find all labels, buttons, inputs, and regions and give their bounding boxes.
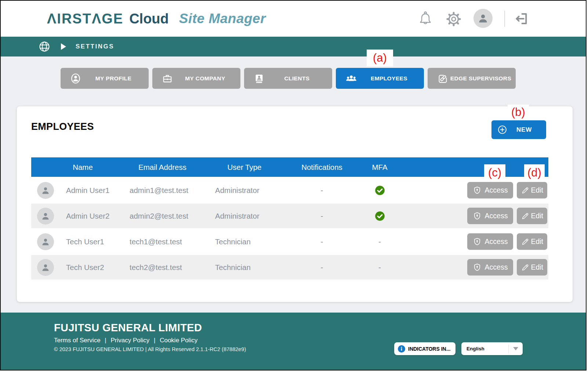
user-avatar[interactable] [473, 9, 493, 28]
tab-employees[interactable]: EMPLOYEES [336, 68, 424, 89]
avatar [37, 233, 54, 250]
table-row: Tech User1 tech1@test.test Technician - … [31, 229, 548, 254]
employee-mfa: - [360, 263, 399, 272]
person-icon [40, 185, 51, 196]
row-actions: Access Edit [399, 259, 548, 276]
employee-mfa: - [360, 237, 399, 246]
site-manager-page: ΛIRSTΛGE Cloud Site Manager [0, 0, 587, 371]
employees-group-icon [345, 73, 357, 84]
column-header-name: Name [59, 163, 119, 172]
tab-label: MY PROFILE [81, 75, 146, 82]
notifications-bell-icon[interactable] [418, 11, 432, 28]
column-header-mfa: MFA [360, 163, 399, 172]
edit-button[interactable]: Edit [517, 259, 547, 276]
cookie-policy-link[interactable]: Cookie Policy [160, 337, 197, 344]
tab-my-profile[interactable]: MY PROFILE [61, 68, 149, 89]
person-icon [40, 262, 51, 273]
person-icon [40, 211, 51, 222]
tab-label: CLIENTS [265, 75, 329, 82]
employees-panel: EMPLOYEES NEW Name Email Address User Ty… [17, 106, 573, 302]
logout-icon[interactable] [514, 11, 529, 28]
chevron-down-icon [513, 347, 518, 350]
edit-button-label: Edit [531, 212, 543, 220]
employee-name: Tech User1 [59, 237, 119, 246]
annotation-a: (a) [367, 50, 393, 66]
table-row: Admin User2 admin2@test.test Administrat… [31, 204, 548, 228]
new-button-label: NEW [507, 126, 541, 134]
footer: FUJITSU GENERAL LIMITED Terms of Service… [1, 313, 586, 370]
access-button-label: Access [485, 212, 508, 220]
access-button[interactable]: Access [467, 182, 513, 198]
access-button[interactable]: Access [467, 208, 513, 224]
tab-edge-supervisors[interactable]: EDGE SUPERVISORS [428, 68, 516, 89]
employee-notifications: - [283, 263, 360, 272]
row-actions: Access Edit [399, 182, 548, 198]
footer-links: Terms of Service | Privacy Policy | Cook… [54, 337, 197, 344]
shield-icon [473, 263, 482, 272]
access-button[interactable]: Access [467, 233, 513, 250]
column-header-notifications: Notifications [283, 163, 360, 172]
row-actions: Access Edit [399, 208, 548, 224]
select-divider [508, 344, 509, 353]
settings-gear-icon[interactable] [446, 11, 462, 29]
person-icon [40, 236, 51, 247]
tab-label: EDGE SUPERVISORS [449, 75, 513, 82]
page-title: EMPLOYEES [31, 121, 94, 132]
access-button[interactable]: Access [467, 259, 513, 276]
logo-cloud-text: Cloud [129, 11, 169, 27]
edit-button[interactable]: Edit [517, 182, 547, 198]
logo-airstage-text: ΛIRSTΛGE [47, 11, 123, 27]
pencil-icon [521, 186, 530, 195]
airstage-logo: ΛIRSTΛGE Cloud Site Manager [47, 1, 266, 37]
edit-button[interactable]: Edit [517, 208, 547, 224]
column-header-user-type: User Type [206, 163, 283, 172]
employee-name: Admin User1 [59, 186, 119, 195]
header-divider [504, 11, 505, 27]
link-separator: | [105, 337, 106, 344]
avatar [37, 182, 54, 199]
table-header-row: Name Email Address User Type Notificatio… [31, 157, 548, 177]
column-header-email: Email Address [119, 163, 206, 172]
employee-notifications: - [283, 237, 360, 246]
new-employee-button[interactable]: NEW [491, 120, 546, 139]
tab-my-company[interactable]: MY COMPANY [152, 68, 240, 89]
tab-label: EMPLOYEES [357, 75, 421, 82]
employees-table: Name Email Address User Type Notificatio… [31, 157, 548, 280]
edit-button-label: Edit [531, 186, 543, 194]
employee-user-type: Administrator [206, 212, 283, 220]
tab-clients[interactable]: CLIENTS [244, 68, 332, 89]
breadcrumb: SETTINGS [76, 43, 114, 50]
mfa-enabled-check-icon [375, 211, 385, 221]
logo-product-text: Site Manager [179, 11, 266, 26]
footer-company-name: FUJITSU GENERAL LIMITED [54, 322, 202, 334]
terms-of-service-link[interactable]: Terms of Service [54, 337, 101, 344]
link-square-icon [437, 73, 449, 84]
edit-button-label: Edit [531, 237, 543, 246]
employee-name: Admin User2 [59, 212, 119, 220]
employee-user-type: Technician [206, 237, 283, 246]
shield-icon [473, 212, 482, 220]
edit-button[interactable]: Edit [517, 233, 547, 250]
avatar [37, 259, 54, 276]
language-select[interactable]: English [461, 342, 523, 355]
pencil-icon [521, 263, 530, 272]
mfa-enabled-check-icon [375, 185, 385, 196]
indicators-info-button[interactable]: INDICATORS IN... [394, 342, 455, 355]
access-button-label: Access [485, 237, 508, 246]
employee-name: Tech User2 [59, 263, 119, 272]
top-header: ΛIRSTΛGE Cloud Site Manager [1, 1, 586, 37]
avatar [37, 208, 54, 225]
plus-circle-icon [497, 125, 507, 135]
employee-user-type: Administrator [206, 186, 283, 195]
privacy-policy-link[interactable]: Privacy Policy [110, 337, 149, 344]
globe-icon[interactable] [39, 41, 50, 52]
pencil-icon [521, 212, 530, 220]
employee-email: tech2@test.test [119, 263, 206, 272]
employee-email: admin2@test.test [119, 212, 206, 220]
employee-user-type: Technician [206, 263, 283, 272]
shield-icon [473, 186, 482, 195]
table-body: Admin User1 admin1@test.test Administrat… [31, 178, 548, 280]
breadcrumb-caret-icon [61, 43, 66, 50]
table-row: Tech User2 tech2@test.test Technician - … [31, 255, 548, 280]
info-icon [398, 345, 405, 353]
